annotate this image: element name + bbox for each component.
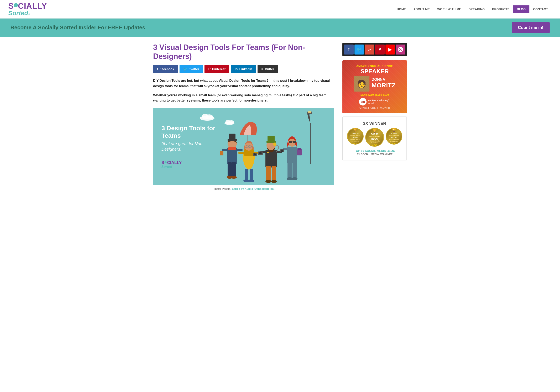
nav-blog[interactable]: BLOG [513, 5, 530, 13]
sidebar-instagram-icon[interactable] [396, 45, 405, 54]
svg-point-40 [271, 180, 277, 183]
svg-rect-50 [288, 162, 292, 178]
logo-registered: ® [29, 13, 30, 16]
ad-tagline: AMAZE YOUR AUDIENCE [347, 64, 403, 68]
ad-last-name: MORITZ [371, 82, 395, 89]
award-badge-2015: 🏆 TOP 10 Social Media BLOG Social MediaE… [347, 128, 364, 145]
svg-rect-31 [245, 169, 248, 181]
ad-role: SPEAKER [347, 69, 403, 74]
nav-about[interactable]: ABOUT ME [410, 5, 433, 13]
share-facebook-button[interactable]: f Facebook [153, 65, 178, 73]
image-logo-s: S [161, 160, 164, 165]
pinterest-share-icon: P [208, 67, 210, 71]
nav-home[interactable]: HOME [393, 5, 410, 13]
svg-rect-37 [266, 166, 271, 181]
image-text-overlay: 3 Design Tools for Teams (that are great… [161, 124, 216, 169]
share-linkedin-label: LinkedIn [240, 67, 252, 71]
svg-rect-32 [250, 169, 253, 181]
svg-point-39 [265, 180, 271, 183]
svg-rect-8 [308, 111, 311, 113]
site-logo[interactable]: S CIALLY Sorted ® [8, 2, 47, 16]
page-layout: 3 Visual Design Tools For Teams (For Non… [145, 37, 415, 201]
sidebar-pinterest-icon[interactable]: P [375, 45, 385, 54]
newsletter-banner: Become A Socially Sorted Insider For FRE… [0, 19, 560, 37]
svg-rect-11 [232, 162, 236, 177]
svg-point-63 [281, 150, 283, 152]
people-illustration [218, 119, 305, 185]
svg-rect-55 [289, 141, 292, 143]
image-caption-prefix: Hipster People, [213, 187, 232, 190]
svg-point-65 [400, 49, 401, 50]
sidebar-twitter-icon[interactable]: 🐦 [354, 45, 364, 54]
svg-rect-38 [272, 166, 276, 181]
svg-point-33 [243, 179, 249, 182]
image-main-title: 3 Design Tools for Teams [161, 124, 216, 139]
svg-rect-6 [310, 123, 310, 164]
image-logo-overlay: S CIALLY Sorted [161, 160, 216, 169]
banner-cta-button[interactable]: Count me in! [512, 22, 550, 33]
social-icons-row: f 🐦 g+ P ▶ [342, 43, 407, 56]
buffer-share-icon: ≡ [261, 67, 263, 71]
nav-products[interactable]: PRODUCTS [489, 5, 513, 13]
ad-winner-sublabel: BY SOCIAL MEDIA EXAMINER [346, 153, 403, 156]
image-sub-title: (that are great for Non-Designers) [161, 141, 216, 152]
svg-rect-56 [293, 141, 296, 143]
featured-image: 3 Design Tools for Teams (that are great… [153, 108, 334, 185]
nav-work[interactable]: WORK WITH ME [433, 5, 465, 13]
ad-cm-logo-badge: cm [359, 98, 367, 105]
svg-point-47 [259, 152, 262, 154]
svg-point-66 [401, 48, 402, 49]
share-buffer-button[interactable]: ≡ Buffer [258, 65, 278, 73]
site-header: S CIALLY Sorted ® HOME ABOUT ME WORK WIT… [0, 0, 560, 19]
trophy-icon-2016: 🏆 [392, 128, 396, 132]
post-intro-text: DIY Design Tools are hot, but what about… [153, 78, 334, 89]
svg-point-2 [206, 114, 213, 120]
ad-cm-text: content marketing™ world [368, 99, 390, 105]
sidebar-ad-winner: 3X WINNER 🏆 TOP 10 Social Media BLOG Soc… [342, 117, 407, 161]
svg-rect-64 [398, 47, 402, 52]
sidebar-googleplus-icon[interactable]: g+ [365, 45, 374, 54]
logo-sorted: Sorted [8, 10, 28, 16]
svg-point-52 [287, 177, 292, 180]
share-twitter-label: Twitter [189, 67, 199, 71]
svg-rect-19 [220, 151, 223, 155]
svg-point-53 [292, 177, 298, 180]
trophy-icon-2017: 🏆 [373, 129, 377, 133]
svg-point-34 [248, 179, 254, 182]
ad-org-logo: cm content marketing™ world [347, 98, 403, 105]
svg-rect-9 [227, 148, 237, 164]
nav-contact[interactable]: CONTACT [530, 5, 552, 13]
sidebar-facebook-icon[interactable]: f [344, 45, 354, 54]
svg-point-48 [273, 142, 277, 146]
ad-location: Cleveland · Sept 3-6 · #CMWorld [347, 107, 403, 109]
sidebar-ad-speaker[interactable]: AMAZE YOUR AUDIENCE SPEAKER 🧑 DONNA MORI… [342, 60, 407, 113]
trophy-icon-2015: 🏆 [353, 128, 357, 132]
image-logo-sorted: Sorted [161, 165, 216, 169]
svg-rect-60 [297, 149, 302, 155]
share-pinterest-label: Pinterest [212, 67, 226, 71]
ad-name-block: DONNA MORITZ [371, 77, 395, 90]
sidebar-youtube-icon[interactable]: ▶ [385, 45, 395, 54]
share-twitter-button[interactable]: 🐦 Twitter [180, 65, 203, 73]
svg-rect-10 [228, 162, 232, 177]
image-caption: Hipster People, Series by Kubko (Deposit… [153, 187, 334, 190]
main-nav: HOME ABOUT ME WORK WITH ME SPEAKING PROD… [393, 5, 552, 13]
logo-cially: CIALLY [18, 2, 47, 10]
share-linkedin-button[interactable]: in LinkedIn [231, 65, 256, 73]
svg-rect-18 [237, 149, 242, 151]
svg-point-30 [254, 153, 256, 155]
logo-socially: S [8, 2, 14, 10]
svg-rect-36 [267, 152, 269, 153]
award-badge-2017: 🏆 TOP 10 Social Media BLOG Social MediaE… [365, 128, 384, 147]
logo-bubble-icon [14, 3, 18, 7]
banner-text: Become A Socially Sorted Insider For FRE… [10, 24, 145, 31]
nav-speaking[interactable]: SPEAKING [465, 5, 489, 13]
share-pinterest-button[interactable]: P Pinterest [204, 65, 229, 73]
svg-rect-20 [228, 147, 236, 150]
post-title: 3 Visual Design Tools For Teams (For Non… [153, 43, 334, 61]
linkedin-share-icon: in [235, 67, 238, 71]
street-lamp-decoration [307, 110, 313, 165]
svg-rect-61 [298, 148, 301, 150]
cloud-decoration-1 [199, 112, 216, 121]
image-caption-link[interactable]: Series by Kubko (Depositphotos) [232, 187, 275, 190]
